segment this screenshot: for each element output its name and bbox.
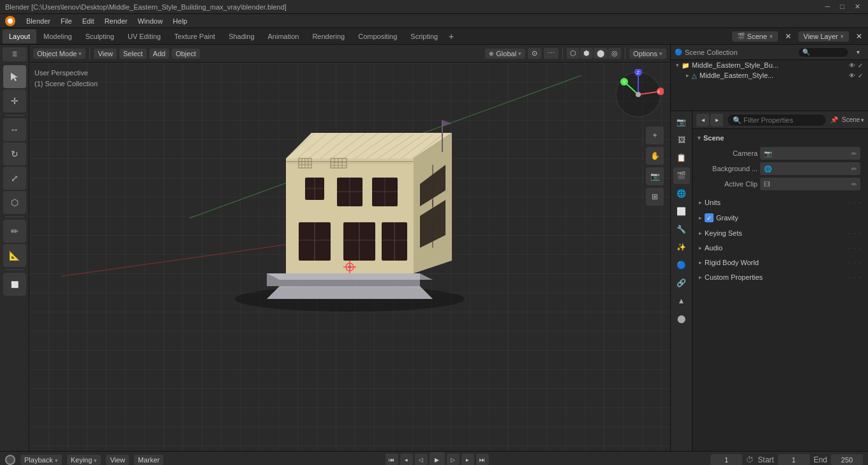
annotate-tool-button[interactable]: ✏: [3, 220, 26, 243]
physics-props-icon[interactable]: 🔵: [673, 257, 690, 273]
tab-scripting[interactable]: Scripting: [404, 29, 444, 43]
maximize-button[interactable]: □: [837, 3, 847, 11]
units-section[interactable]: ▸ Units · · ·: [695, 195, 865, 210]
measure-tool-button[interactable]: 📐: [3, 244, 26, 267]
minimize-button[interactable]: ─: [823, 3, 833, 11]
transform-tool-button[interactable]: ⬡: [3, 191, 26, 214]
move-tool-button[interactable]: ↔: [3, 118, 26, 141]
navigation-gizmo[interactable]: X Y Z: [613, 69, 664, 120]
visibility-icon-2[interactable]: 👁: [849, 72, 855, 79]
object-props-icon[interactable]: ⬜: [673, 203, 690, 220]
menu-window[interactable]: Window: [133, 16, 167, 26]
menu-help[interactable]: Help: [168, 16, 192, 26]
jump-to-end-button[interactable]: ⏭: [476, 454, 489, 465]
background-value[interactable]: 🌐 ✏: [760, 162, 860, 175]
tab-rendering[interactable]: Rendering: [306, 29, 351, 43]
visibility-icon-1[interactable]: 👁: [849, 62, 855, 69]
tab-modeling[interactable]: Modeling: [37, 29, 79, 43]
particles-props-icon[interactable]: ✨: [673, 239, 690, 255]
tab-compositing[interactable]: Compositing: [352, 29, 403, 43]
background-edit-icon[interactable]: ✏: [851, 165, 857, 172]
zoom-in-button[interactable]: +: [646, 126, 664, 144]
select-tool-button[interactable]: [3, 65, 26, 88]
step-forward-button[interactable]: ▷: [447, 454, 460, 465]
camera-view-button[interactable]: 📷: [646, 167, 664, 185]
marker-menu[interactable]: Marker: [134, 455, 163, 465]
gravity-section[interactable]: ▸ ✓ Gravity: [695, 210, 865, 225]
select-menu[interactable]: Select: [119, 49, 147, 59]
tab-animation[interactable]: Animation: [262, 29, 306, 43]
custom-properties-section[interactable]: ▸ Custom Properties · · ·: [695, 270, 865, 284]
cursor-tool-button[interactable]: ✛: [3, 89, 26, 112]
current-frame-input[interactable]: 1: [710, 454, 742, 465]
view-timeline-menu[interactable]: View: [106, 455, 129, 465]
scene-settings-button[interactable]: ✕: [782, 30, 795, 43]
play-button[interactable]: ▶: [430, 452, 445, 465]
outliner-search-input[interactable]: [798, 47, 849, 57]
audio-section[interactable]: ▸ Audio · · ·: [695, 241, 865, 255]
active-clip-value[interactable]: 🎞 ✏: [760, 178, 860, 190]
exclude-icon-2[interactable]: ✓: [858, 72, 863, 79]
view-layer-props-icon[interactable]: 📋: [673, 149, 690, 166]
view-menu[interactable]: View: [94, 49, 117, 59]
properties-search-input[interactable]: [727, 114, 827, 126]
material-mode-button[interactable]: ⬤: [594, 48, 608, 59]
rigid-body-world-section[interactable]: ▸ Rigid Body World · · ·: [695, 255, 865, 270]
keying-sets-section[interactable]: ▸ Keying Sets · · ·: [695, 226, 865, 240]
rotate-tool-button[interactable]: ↻: [3, 142, 26, 165]
solid-mode-button[interactable]: ⬢: [580, 48, 593, 59]
frame-all-button[interactable]: ⊞: [646, 188, 664, 206]
scene-section-header[interactable]: ▾ Scene: [695, 132, 865, 144]
tab-sculpting[interactable]: Sculpting: [79, 29, 121, 43]
step-back2-button[interactable]: ◁: [415, 454, 428, 465]
viewport-canvas[interactable]: User Perspective (1) Scene Collection X …: [29, 63, 670, 451]
camera-value[interactable]: 📷 ✏: [760, 147, 860, 160]
active-clip-edit-icon[interactable]: ✏: [851, 181, 857, 188]
tab-uv-editing[interactable]: UV Editing: [121, 29, 167, 43]
props-pin-button[interactable]: 📌: [830, 114, 838, 126]
transform-selector[interactable]: ⊕ Global ▾: [485, 49, 525, 59]
view-layer-selector[interactable]: View Layer ▾: [798, 31, 849, 42]
playback-menu[interactable]: Playback ▾: [20, 455, 62, 465]
record-button[interactable]: [5, 455, 15, 465]
end-frame-input[interactable]: 250: [831, 454, 863, 465]
tab-layout[interactable]: Layout: [3, 29, 36, 43]
properties-scrollable[interactable]: ▾ Scene Camera 📷 ✏: [692, 129, 868, 451]
menu-edit[interactable]: Edit: [78, 16, 99, 26]
menu-file[interactable]: File: [56, 16, 77, 26]
material-props-icon[interactable]: ⬤: [673, 310, 690, 327]
step-back-button[interactable]: ◂: [400, 454, 413, 465]
snapping-toggle[interactable]: ⋯: [544, 48, 558, 59]
scene-props-icon[interactable]: 🎬: [673, 167, 690, 184]
header-toggle[interactable]: ☰: [3, 47, 27, 61]
tab-texture-paint[interactable]: Texture Paint: [168, 29, 221, 43]
props-back-button[interactable]: ◂: [696, 114, 709, 126]
pan-button[interactable]: ✋: [646, 147, 664, 165]
keying-menu[interactable]: Keying ▾: [67, 455, 101, 465]
data-props-icon[interactable]: ▲: [673, 293, 690, 309]
camera-edit-icon[interactable]: ✏: [851, 150, 857, 157]
viewport-options[interactable]: Options ▾: [629, 49, 666, 59]
add-menu[interactable]: Add: [149, 49, 170, 59]
outliner-filter-button[interactable]: ▾: [851, 47, 864, 57]
start-frame-input[interactable]: 1: [778, 454, 810, 465]
object-menu[interactable]: Object: [172, 49, 200, 59]
exclude-icon-1[interactable]: ✓: [858, 62, 863, 69]
pivot-selector[interactable]: ⊙: [528, 48, 541, 59]
rendered-mode-button[interactable]: ◎: [608, 48, 621, 59]
mode-selector[interactable]: Object Mode ▾: [33, 49, 86, 59]
tab-shading[interactable]: Shading: [222, 29, 260, 43]
viewport-area[interactable]: Object Mode ▾ View Select Add Object ⊕ G…: [29, 45, 670, 451]
modifier-props-icon[interactable]: 🔧: [673, 221, 690, 238]
close-button[interactable]: ✕: [852, 3, 863, 11]
add-workspace-button[interactable]: +: [445, 30, 458, 43]
render-props-icon[interactable]: 📷: [673, 114, 690, 130]
wireframe-mode-button[interactable]: ⬡: [567, 48, 580, 59]
jump-to-start-button[interactable]: ⏮: [385, 454, 398, 465]
output-props-icon[interactable]: 🖼: [673, 132, 690, 148]
active-scene-selector[interactable]: 🎬 Scene ▾: [732, 31, 778, 42]
constraints-props-icon[interactable]: 🔗: [673, 275, 690, 291]
props-forward-button[interactable]: ▸: [710, 114, 723, 126]
menu-blender[interactable]: Blender: [22, 16, 55, 26]
scale-tool-button[interactable]: ⤢: [3, 167, 26, 190]
